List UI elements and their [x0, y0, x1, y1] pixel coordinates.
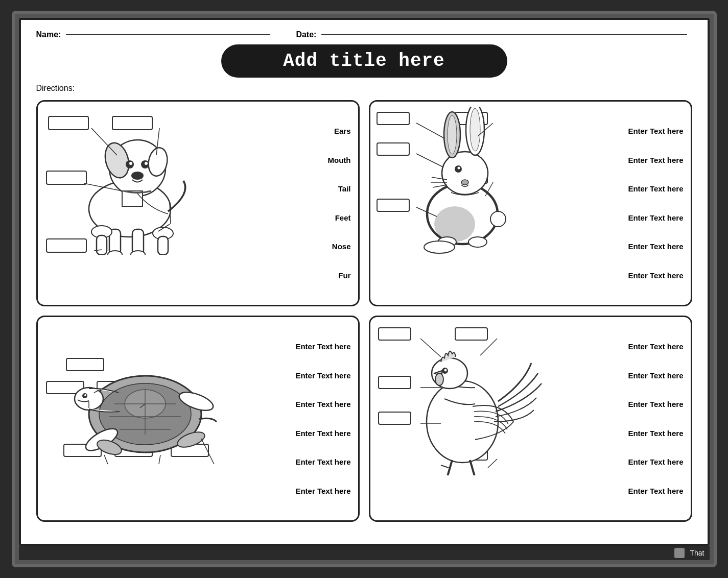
svg-point-36 [468, 237, 487, 247]
rabbit-right-labels: Enter Text here Enter Text here Enter Te… [628, 102, 683, 305]
rabbit-label-0: Enter Text here [628, 127, 683, 135]
svg-rect-13 [97, 235, 107, 255]
turtle-right-labels: Enter Text here Enter Text here Enter Te… [295, 317, 350, 520]
rabbit-label-4: Enter Text here [628, 242, 683, 251]
dog-label-3: Feet [328, 213, 351, 222]
svg-line-79 [488, 459, 497, 468]
turtle-quadrant: Enter Text here Enter Text here Enter Te… [36, 316, 360, 522]
turtle-label-3: Enter Text here [295, 429, 350, 438]
worksheet-page: Name: Date: Add title here Directions: [19, 18, 710, 546]
name-label: Name: [36, 30, 61, 39]
bottom-bar: That [19, 546, 710, 560]
title-box: Add title here [36, 44, 692, 78]
svg-point-16 [108, 251, 122, 255]
svg-line-42 [416, 123, 444, 138]
svg-point-17 [131, 251, 145, 255]
turtle-image [43, 338, 227, 480]
rabbit-image [375, 107, 534, 255]
svg-point-6 [129, 162, 132, 165]
svg-line-18 [91, 128, 117, 155]
name-line [66, 34, 270, 35]
svg-point-67 [427, 381, 498, 463]
turtle-label-5: Enter Text here [295, 487, 350, 495]
svg-point-31 [470, 108, 480, 151]
rabbit-label-1: Enter Text here [628, 156, 683, 164]
title-pill[interactable]: Add title here [221, 44, 507, 78]
svg-point-8 [131, 172, 144, 180]
rooster-label-3: Enter Text here [628, 429, 683, 438]
dog-image [43, 107, 206, 255]
dog-label-0: Ears [328, 127, 351, 135]
rooster-quadrant: Enter Text here Enter Text here Enter Te… [369, 316, 692, 522]
rabbit-label-2: Enter Text here [628, 184, 683, 193]
rabbit-label-5: Enter Text here [628, 271, 683, 280]
svg-line-74 [470, 460, 475, 475]
svg-point-37 [424, 241, 455, 253]
outer-frame: Name: Date: Add title here Directions: [12, 11, 717, 567]
date-line [321, 34, 687, 35]
turtle-label-0: Enter Text here [295, 342, 350, 351]
svg-line-64 [104, 455, 108, 464]
rooster-image [381, 322, 549, 475]
rooster-label-0: Enter Text here [628, 342, 683, 351]
quadrants-grid: Ears Mouth Tail Feet Nose Fur [36, 100, 692, 522]
directions: Directions: [36, 84, 692, 93]
header-row: Name: Date: [36, 30, 692, 39]
dog-right-labels: Ears Mouth Tail Feet Nose Fur [328, 102, 351, 305]
svg-rect-15 [158, 236, 168, 255]
svg-line-76 [480, 339, 497, 355]
rabbit-quadrant: Enter Text here Enter Text here Enter Te… [369, 100, 692, 306]
svg-point-34 [461, 180, 468, 185]
dog-label-2: Tail [328, 184, 351, 193]
svg-point-29 [448, 115, 457, 154]
dog-label-1: Mouth [328, 156, 351, 164]
rooster-right-labels: Enter Text here Enter Text here Enter Te… [628, 317, 683, 520]
svg-point-33 [457, 167, 460, 170]
dog-quadrant: Ears Mouth Tail Feet Nose Fur [36, 100, 360, 306]
turtle-label-1: Enter Text here [295, 371, 350, 380]
rabbit-label-3: Enter Text here [628, 213, 683, 222]
rooster-label-2: Enter Text here [628, 400, 683, 408]
bottom-icon [674, 548, 685, 558]
rooster-label-5: Enter Text here [628, 487, 683, 495]
title-text: Add title here [283, 51, 444, 71]
svg-line-65 [159, 455, 160, 464]
bottom-text: That [690, 549, 704, 557]
turtle-label-4: Enter Text here [295, 457, 350, 466]
svg-line-75 [420, 339, 441, 357]
turtle-label-2: Enter Text here [295, 400, 350, 408]
date-label: Date: [296, 30, 316, 39]
svg-point-56 [84, 394, 86, 396]
svg-line-44 [416, 154, 443, 167]
svg-point-70 [444, 369, 447, 372]
dog-label-5: Fur [328, 271, 351, 280]
dog-label-4: Nose [328, 242, 351, 251]
rooster-label-4: Enter Text here [628, 457, 683, 466]
rooster-label-1: Enter Text here [628, 371, 683, 380]
svg-line-66 [201, 439, 214, 464]
svg-point-7 [145, 162, 148, 165]
directions-label: Directions: [36, 84, 75, 92]
svg-point-27 [442, 152, 488, 195]
svg-point-72 [435, 373, 443, 386]
svg-point-38 [490, 211, 506, 227]
